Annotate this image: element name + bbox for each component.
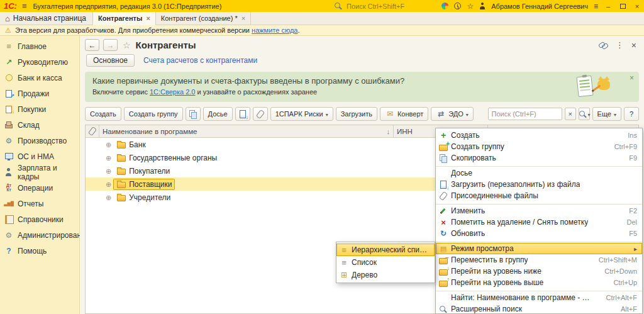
form-nav-tab[interactable]: Счета расчетов с контрагентами <box>143 56 257 65</box>
settings-menu-icon[interactable]: ≡ <box>594 2 598 11</box>
home-tab-label: Начальная страница <box>13 14 86 23</box>
global-search[interactable]: Поиск Ctrl+Shift+F <box>333 0 404 12</box>
menu-item-label: Режим просмотра <box>451 244 514 253</box>
copy-button[interactable] <box>186 107 201 121</box>
hamburger-menu-icon[interactable]: ≡ <box>22 1 27 11</box>
sidebar-item-label: ОС и НМА <box>18 152 54 161</box>
sidebar-item[interactable]: Зарплата и кадры <box>0 164 79 180</box>
context-menu-item[interactable]: Создать Ins <box>436 130 642 141</box>
create-group-button[interactable]: Создать группу <box>124 107 183 121</box>
history-icon[interactable] <box>454 3 461 9</box>
sidebar-item[interactable]: Справочники <box>0 211 79 227</box>
envelope-button[interactable]: Конверт <box>380 107 428 121</box>
service-status-icon[interactable] <box>441 3 448 9</box>
load-button[interactable]: Загрузить <box>336 107 377 121</box>
expand-node-icon[interactable] <box>106 140 111 149</box>
close-form-icon[interactable] <box>631 40 636 50</box>
context-menu-item[interactable]: Перейти на уровень ниже Ctrl+Down <box>436 266 642 277</box>
page-header-actions <box>599 40 639 50</box>
mark-del-icon <box>438 218 448 227</box>
sidebar-item[interactable]: Руководителю <box>0 54 79 70</box>
attached-files-button[interactable] <box>253 107 268 121</box>
clear-search-icon[interactable] <box>565 108 576 120</box>
expand-node-icon[interactable] <box>106 154 111 162</box>
edo-button[interactable]: ЭДО <box>431 107 474 121</box>
page-header: ← → ☆ Контрагенты <box>80 36 644 53</box>
reports-icon <box>4 199 14 208</box>
add-favorite-star-icon[interactable]: ☆ <box>123 40 131 50</box>
minimize-button[interactable]: – <box>604 3 613 10</box>
sidebar-item-label: Покупки <box>18 105 46 114</box>
expand-node-icon[interactable] <box>106 193 111 202</box>
load-from-file-button[interactable] <box>235 107 250 121</box>
close-window-button[interactable]: × <box>633 3 641 10</box>
form-nav-tab[interactable]: Основное <box>86 54 135 67</box>
submenu-item[interactable]: Список <box>336 256 435 269</box>
more-button[interactable]: Еще <box>592 107 621 121</box>
sidebar-item[interactable]: Производство <box>0 133 79 149</box>
buy-license-link[interactable]: нажмите сюда <box>252 26 297 34</box>
tab-label: Контрагент (создание) * <box>161 14 238 22</box>
context-menu-item[interactable]: Изменить F2 <box>436 205 642 216</box>
home-tab[interactable]: Начальная страница <box>3 12 93 25</box>
titlebar: 1С: ≡ Бухгалтерия предприятия, редакция … <box>0 0 644 12</box>
context-menu-item[interactable]: Переместить в группу Ctrl+Shift+M <box>436 254 642 266</box>
name-column-header[interactable]: Наименование в программе <box>99 125 394 137</box>
menu-item-shortcut: Ctrl+Shift+M <box>589 256 637 264</box>
favorites-star-icon[interactable]: ☆ <box>467 2 474 11</box>
submenu-item[interactable]: Дерево <box>336 269 435 281</box>
maximize-button[interactable] <box>618 3 627 10</box>
more-menu-icon[interactable] <box>616 40 624 50</box>
tab[interactable]: Контрагенты <box>93 12 156 25</box>
spark-risks-button[interactable]: 1СПАРК Риски <box>270 107 333 121</box>
list-search-input[interactable] <box>488 108 562 120</box>
user-name[interactable]: Абрамов Геннадий Сергеевич <box>491 3 588 10</box>
sidebar-item[interactable]: Банк и касса <box>0 70 79 86</box>
sidebar-item[interactable]: ОС и НМА <box>0 149 79 164</box>
adv-search-icon <box>438 305 448 313</box>
tab-close-icon[interactable] <box>146 14 150 22</box>
doc-load-icon <box>438 181 448 189</box>
menu-item-shortcut: Alt+F <box>611 305 637 313</box>
sidebar-item[interactable]: Продажи <box>0 86 79 101</box>
submenu-item[interactable]: Иерархический список <box>336 244 435 256</box>
form-nav-tabs: ОсновноеСчета расчетов с контрагентами <box>80 53 644 70</box>
sidebar-item[interactable]: Помощь <box>0 243 79 259</box>
sidebar-item[interactable]: Покупки <box>0 101 79 117</box>
help-button[interactable]: ? <box>624 107 639 121</box>
context-menu-item[interactable]: Создать группу Ctrl+F9 <box>436 141 642 152</box>
expand-node-icon[interactable] <box>106 180 111 189</box>
sidebar-item[interactable]: Операции <box>0 180 79 196</box>
expand-node-icon[interactable] <box>106 167 111 176</box>
sidebar-item-label: Помощь <box>18 247 47 255</box>
context-menu-item[interactable]: Скопировать F9 <box>436 152 642 167</box>
context-menu-item[interactable]: Присоединенные файлы <box>436 190 642 205</box>
tab[interactable]: Контрагент (создание) * <box>156 12 251 25</box>
dossier-button[interactable]: Досье <box>203 107 233 121</box>
sidebar-item[interactable]: Отчеты <box>0 196 79 211</box>
context-menu-item[interactable]: Перейти на уровень выше Ctrl+Up <box>436 277 642 291</box>
context-menu-item[interactable]: Пометить на удаление / Снять пометку Del <box>436 216 642 228</box>
sidebar-item[interactable]: Администрирование <box>0 227 79 243</box>
create-button[interactable]: Создать <box>85 107 121 121</box>
sverka-link[interactable]: 1С:Сверка 2.0 <box>150 88 196 96</box>
context-menu-item[interactable]: Обновить F5 <box>436 228 642 242</box>
dev-banner-text: Эта версия для разработчиков. Для приобр… <box>15 26 300 34</box>
sidebar-item[interactable]: Главное <box>0 38 79 54</box>
sidebar-item-label: Склад <box>18 121 40 130</box>
get-link-icon[interactable] <box>599 42 608 49</box>
tab-close-icon[interactable] <box>242 14 245 22</box>
back-button[interactable]: ← <box>85 39 99 51</box>
context-menu-item[interactable]: Найти: Наименование в программе - Постав… <box>436 292 642 303</box>
context-menu-item[interactable]: Режим просмотра <box>436 243 642 254</box>
banner-illustration <box>572 75 610 99</box>
sidebar-item[interactable]: Склад <box>0 117 79 133</box>
context-menu-item[interactable]: Загрузить (перезаполнить) из файла <box>436 179 642 190</box>
sidebar-item-label: Зарплата и кадры <box>18 164 75 181</box>
banner-close-icon[interactable] <box>630 74 634 82</box>
attachment-column-header[interactable] <box>86 125 99 137</box>
search-options-button[interactable] <box>579 108 590 120</box>
context-menu-item[interactable]: Расширенный поиск Alt+F <box>436 303 642 314</box>
context-menu-item[interactable]: Досье <box>436 167 642 179</box>
forward-button[interactable]: → <box>103 39 118 51</box>
